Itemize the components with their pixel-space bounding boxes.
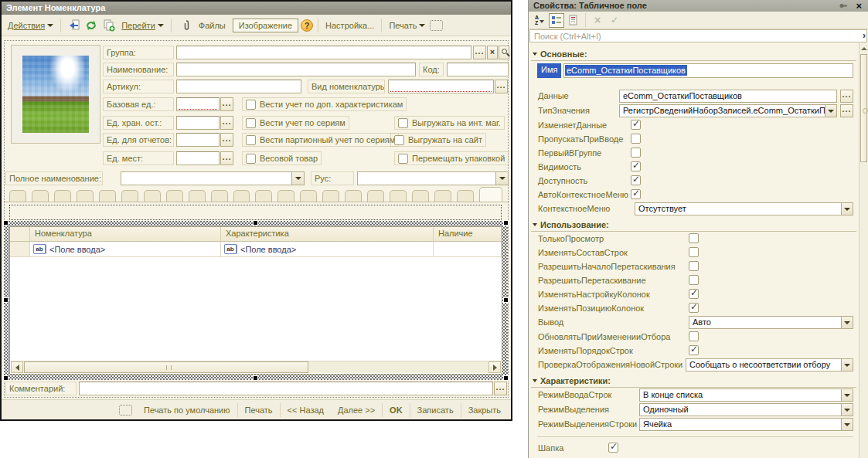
kind-ellipsis-button[interactable]: ... — [495, 80, 508, 93]
property-checkbox[interactable]: ✓ — [631, 189, 641, 199]
property-dropdown[interactable]: Отсутствует — [635, 202, 853, 215]
report-unit-input[interactable] — [176, 133, 220, 147]
table-cell[interactable]: ab<Поле ввода> — [221, 242, 434, 257]
copy-add-icon[interactable] — [101, 18, 117, 33]
resize-handle[interactable] — [504, 298, 508, 302]
cancel-icon[interactable]: × — [590, 13, 605, 28]
next-button[interactable]: Далее >> — [331, 403, 382, 417]
checkbox-weight-goods[interactable]: Весовой товар — [242, 151, 322, 165]
table-cell[interactable] — [434, 242, 502, 257]
dropdown-button[interactable] — [291, 172, 304, 185]
name-value-input[interactable]: eComm_ОстаткиПоставщиков — [563, 63, 853, 78]
tab[interactable] — [412, 190, 429, 202]
article-input[interactable] — [176, 80, 301, 93]
files-button[interactable]: Файлы — [176, 16, 230, 35]
property-checkbox[interactable] — [689, 331, 699, 341]
checkbox-box[interactable] — [394, 135, 404, 145]
full-name-combo[interactable] — [121, 171, 305, 185]
print-default-button[interactable]: Печать по умолчанию — [137, 403, 237, 417]
goto-menu-button[interactable]: Перейти — [119, 19, 166, 32]
table-column-header[interactable]: Номенклатура — [30, 227, 221, 242]
properties-title-bar[interactable]: Свойства: Табличное поле × — [529, 0, 868, 12]
item-image[interactable] — [22, 56, 89, 133]
group-ellipsis-button[interactable]: ... — [473, 46, 486, 59]
row-selector-cell[interactable] — [10, 242, 30, 257]
code-input[interactable] — [447, 63, 509, 76]
scrollbar-thumb[interactable] — [24, 361, 308, 373]
property-checkbox[interactable] — [631, 134, 641, 144]
checkbox-extra-characteristics[interactable]: Вести учет по доп. характеристикам — [242, 97, 407, 111]
property-section-header[interactable]: Использование: — [531, 219, 856, 232]
property-dropdown[interactable]: Сообщать о несоответствии отбору — [686, 358, 853, 371]
pin-icon[interactable] — [839, 2, 848, 11]
property-checkbox[interactable] — [689, 247, 699, 257]
property-value-input[interactable]: eComm_ОстаткиПоставщиков — [619, 90, 837, 103]
tab[interactable] — [9, 190, 26, 202]
base-unit-input[interactable] — [176, 97, 220, 111]
scroll-right-button[interactable] — [488, 361, 501, 373]
ellipsis-button[interactable]: ... — [840, 104, 853, 117]
tab[interactable] — [77, 190, 94, 202]
window-title-bar[interactable]: Элемент Номенклатура — [2, 2, 511, 15]
close-button[interactable]: Закрыть — [461, 403, 508, 417]
checkbox-box[interactable] — [246, 100, 256, 110]
dropdown-button[interactable] — [495, 172, 508, 185]
dropdown-button[interactable] — [841, 389, 853, 401]
toolbar-placeholder-icon[interactable] — [430, 20, 443, 31]
group-clear-button[interactable]: × — [487, 46, 498, 59]
back-button[interactable]: << Назад — [280, 403, 331, 417]
resize-handle[interactable] — [504, 376, 508, 380]
tab[interactable] — [166, 190, 183, 202]
group-search-button[interactable] — [499, 46, 509, 59]
ellipsis-button[interactable]: ... — [840, 90, 853, 103]
table-column-header[interactable]: Наличие — [434, 227, 502, 242]
property-dropdown[interactable]: В конце списка — [639, 388, 853, 402]
property-checkbox[interactable] — [631, 148, 641, 158]
tab[interactable] — [434, 190, 451, 202]
property-checkbox[interactable]: ✓ — [631, 161, 641, 171]
table-cell[interactable]: ab<Поле ввода> — [30, 242, 221, 257]
tab[interactable] — [322, 190, 339, 202]
properties-scrollbar[interactable] — [859, 43, 868, 458]
property-checkbox[interactable]: ✓ — [631, 120, 641, 130]
print-menu-button[interactable]: Печать — [386, 19, 427, 32]
tab[interactable] — [479, 187, 502, 202]
save-button[interactable]: Записать — [410, 403, 461, 417]
scroll-up-button[interactable] — [859, 44, 868, 53]
item-image-frame[interactable] — [11, 45, 100, 144]
image-toggle-button[interactable]: Изображение — [233, 19, 298, 32]
descriptions-view-icon[interactable] — [566, 13, 581, 28]
tab[interactable] — [189, 190, 206, 202]
sort-az-icon[interactable]: AZ — [532, 13, 547, 28]
storage-unit-ellipsis-button[interactable]: ... — [220, 116, 233, 130]
tab[interactable] — [144, 190, 161, 202]
resize-handle[interactable] — [4, 376, 8, 380]
property-checkbox[interactable]: ✓ — [689, 289, 699, 299]
tab[interactable] — [300, 190, 317, 202]
tab[interactable] — [390, 190, 407, 202]
name-input[interactable] — [176, 63, 416, 76]
table-field[interactable]: НоменклатураХарактеристикаНаличие ab<Пол… — [9, 226, 502, 375]
search-expand-button[interactable]: › — [863, 30, 866, 41]
property-checkbox[interactable]: ✓ — [631, 175, 641, 185]
settings-button[interactable]: Настройка... — [323, 19, 376, 32]
row-selector-header[interactable] — [10, 227, 30, 242]
checkbox-batch-series[interactable]: Вести партионный учет по сериям — [242, 133, 399, 147]
kind-input[interactable] — [388, 80, 494, 93]
tab[interactable] — [121, 190, 138, 202]
dropdown-button[interactable] — [841, 359, 853, 371]
checkbox-move-packaging[interactable]: Перемещать упаковкой — [394, 151, 509, 165]
ok-button[interactable]: OK — [382, 403, 410, 417]
refresh-icon[interactable] — [83, 18, 99, 33]
group-input[interactable] — [176, 46, 471, 59]
property-checkbox[interactable]: ✓ — [608, 443, 618, 453]
place-unit-ellipsis-button[interactable]: ... — [220, 151, 233, 165]
dropdown-button[interactable] — [841, 419, 853, 430]
checkbox-box[interactable] — [246, 154, 256, 164]
checkbox-box[interactable] — [246, 135, 256, 145]
tab[interactable] — [255, 190, 272, 202]
checkbox-box[interactable] — [398, 154, 408, 164]
scroll-left-button[interactable] — [11, 361, 23, 373]
resize-handle[interactable] — [254, 221, 257, 225]
categories-view-icon[interactable] — [549, 13, 564, 28]
